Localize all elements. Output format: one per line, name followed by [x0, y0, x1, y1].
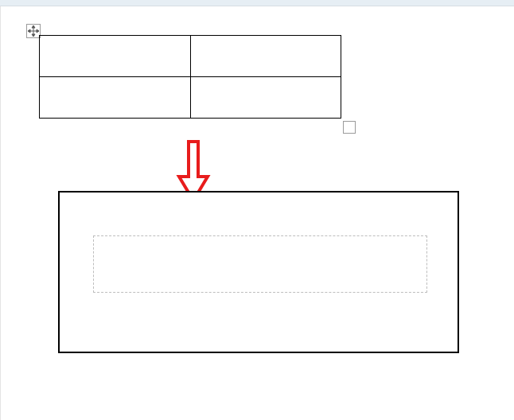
- table-cell[interactable]: [190, 77, 341, 119]
- table-resize-handle[interactable]: [343, 121, 356, 134]
- move-icon: [28, 25, 39, 37]
- document-page[interactable]: [0, 6, 514, 420]
- table-cell[interactable]: [40, 77, 191, 119]
- content-table[interactable]: [39, 35, 341, 119]
- table-row[interactable]: [40, 77, 341, 119]
- svg-marker-3: [32, 34, 35, 37]
- table-cell[interactable]: [190, 36, 341, 77]
- ribbon-strip: [0, 0, 514, 6]
- svg-marker-5: [37, 29, 39, 33]
- table-cell[interactable]: [40, 36, 191, 77]
- svg-marker-4: [28, 29, 30, 33]
- text-box-shape[interactable]: [58, 191, 459, 353]
- table-row[interactable]: [40, 36, 341, 77]
- drop-target-outline[interactable]: [93, 235, 427, 293]
- svg-marker-2: [32, 25, 35, 28]
